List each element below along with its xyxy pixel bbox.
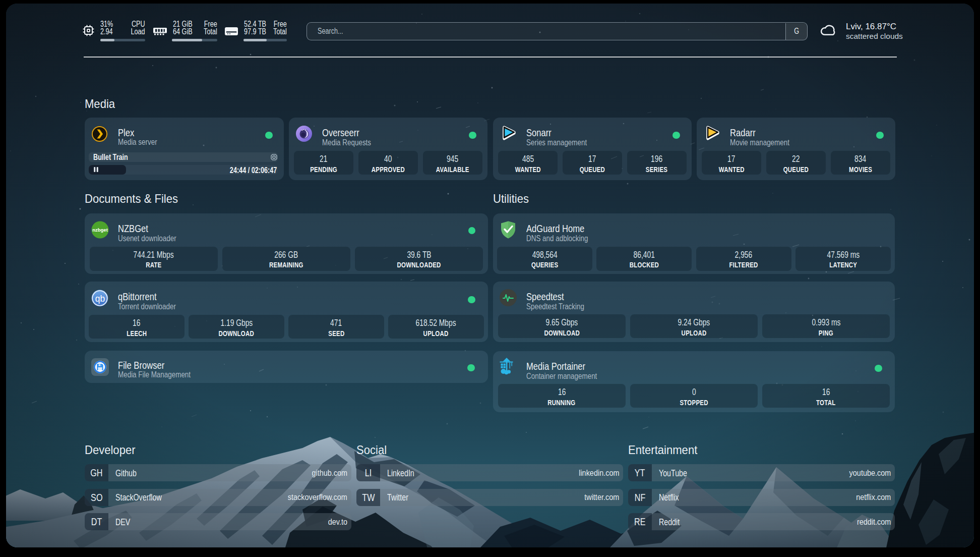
svg-text:qb: qb (95, 294, 105, 304)
svg-text:nzbget: nzbget (92, 227, 108, 233)
